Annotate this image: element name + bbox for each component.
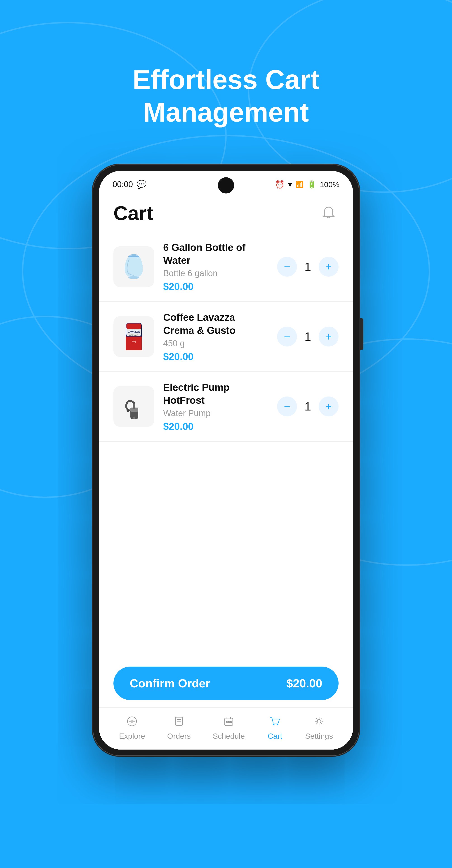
cart-item: 6 Gallon Bottle of Water Bottle 6 gallon…: [99, 232, 353, 302]
page-title: Effortless Cart Management: [133, 63, 320, 128]
wifi-icon: ▾: [288, 180, 292, 189]
qty-control-pump: − 1 +: [277, 397, 338, 416]
svg-rect-15: [126, 337, 142, 350]
svg-text:450g: 450g: [132, 341, 136, 343]
qty-decrease-coffee[interactable]: −: [277, 327, 297, 346]
qty-value-coffee: 1: [303, 330, 312, 343]
cart-items-list: 6 Gallon Bottle of Water Bottle 6 gallon…: [99, 232, 353, 450]
qty-value-water: 1: [303, 260, 312, 274]
svg-rect-11: [126, 323, 141, 329]
settings-icon: [311, 713, 327, 730]
nav-item-schedule[interactable]: Schedule: [213, 713, 245, 741]
qty-increase-water[interactable]: +: [319, 257, 338, 277]
item-subtitle-coffee: 450 g: [163, 339, 268, 348]
item-info-water: 6 Gallon Bottle of Water Bottle 6 gallon…: [163, 241, 268, 292]
svg-point-36: [277, 724, 278, 725]
app-header: Cart: [99, 191, 353, 232]
item-name-coffee: Coffee Lavazza Crema & Gusto: [163, 311, 268, 337]
qty-increase-coffee[interactable]: +: [319, 327, 338, 346]
item-price-water: $20.00: [163, 281, 268, 292]
signal-icon: 📶: [296, 181, 303, 188]
item-subtitle-pump: Water Pump: [163, 408, 268, 418]
bottom-navigation: Explore Orders: [99, 707, 353, 749]
phone-mockup: 00:00 💬 ⏰ ▾ 📶 🔋 100% Cart: [93, 164, 359, 756]
status-time: 00:00: [112, 180, 133, 189]
cart-icon: [267, 713, 283, 730]
item-subtitle-water: Bottle 6 gallon: [163, 269, 268, 278]
svg-rect-33: [228, 721, 230, 723]
cart-label: Cart: [268, 732, 282, 741]
app-content: Cart: [99, 191, 353, 749]
svg-rect-8: [132, 254, 136, 256]
nav-item-orders[interactable]: Orders: [167, 713, 191, 741]
battery-percent: 100%: [320, 180, 340, 189]
item-price-coffee: $20.00: [163, 351, 268, 362]
schedule-icon: [221, 713, 237, 730]
svg-point-20: [127, 409, 130, 412]
camera-notch: [218, 177, 234, 193]
item-name-water: 6 Gallon Bottle of Water: [163, 241, 268, 267]
cart-title: Cart: [114, 202, 153, 225]
confirm-order-total: $20.00: [286, 677, 322, 690]
svg-point-21: [133, 416, 135, 419]
confirm-order-label: Confirm Order: [130, 677, 210, 690]
alarm-icon: ⏰: [275, 180, 285, 189]
item-image-water: [114, 246, 154, 287]
item-info-pump: Electric Pump HotFrost Water Pump $20.00: [163, 381, 268, 432]
item-image-pump: [114, 386, 154, 427]
qty-value-pump: 1: [303, 400, 312, 413]
explore-icon: [124, 713, 140, 730]
qty-decrease-water[interactable]: −: [277, 257, 297, 277]
item-name-pump: Electric Pump HotFrost: [163, 381, 268, 407]
nav-item-explore[interactable]: Explore: [119, 713, 145, 741]
svg-rect-34: [230, 721, 232, 723]
settings-label: Settings: [305, 732, 333, 741]
svg-rect-32: [226, 721, 228, 723]
battery-icon: 🔋: [307, 180, 316, 189]
content-spacer: [99, 450, 353, 667]
qty-increase-pump[interactable]: +: [319, 397, 338, 416]
svg-point-37: [317, 719, 321, 723]
qty-decrease-pump[interactable]: −: [277, 397, 297, 416]
qty-control-coffee: − 1 +: [277, 327, 338, 346]
svg-text:LAVAZZA: LAVAZZA: [128, 330, 140, 333]
svg-point-35: [273, 724, 275, 725]
schedule-label: Schedule: [213, 732, 245, 741]
svg-point-7: [128, 276, 139, 279]
orders-label: Orders: [167, 732, 191, 741]
explore-label: Explore: [119, 732, 145, 741]
item-info-coffee: Coffee Lavazza Crema & Gusto 450 g $20.0…: [163, 311, 268, 362]
notification-button[interactable]: [319, 203, 338, 223]
nav-item-cart[interactable]: Cart: [267, 713, 283, 741]
item-price-pump: $20.00: [163, 421, 268, 432]
qty-control-water: − 1 +: [277, 257, 338, 277]
svg-text:CREMA &: CREMA &: [129, 334, 138, 336]
confirm-order-button[interactable]: Confirm Order $20.00: [114, 666, 338, 700]
phone-screen: 00:00 💬 ⏰ ▾ 📶 🔋 100% Cart: [99, 171, 353, 749]
phone-side-button: [359, 318, 363, 350]
orders-icon: [171, 713, 187, 730]
cart-item: LAVAZZA CREMA & GUSTO 450g Coffee Lavazz…: [99, 302, 353, 372]
cart-item: Electric Pump HotFrost Water Pump $20.00…: [99, 372, 353, 442]
item-image-coffee: LAVAZZA CREMA & GUSTO 450g: [114, 316, 154, 357]
nav-item-settings[interactable]: Settings: [305, 713, 333, 741]
whatsapp-icon: 💬: [136, 180, 147, 189]
status-icons: ⏰ ▾ 📶 🔋 100%: [275, 180, 340, 189]
